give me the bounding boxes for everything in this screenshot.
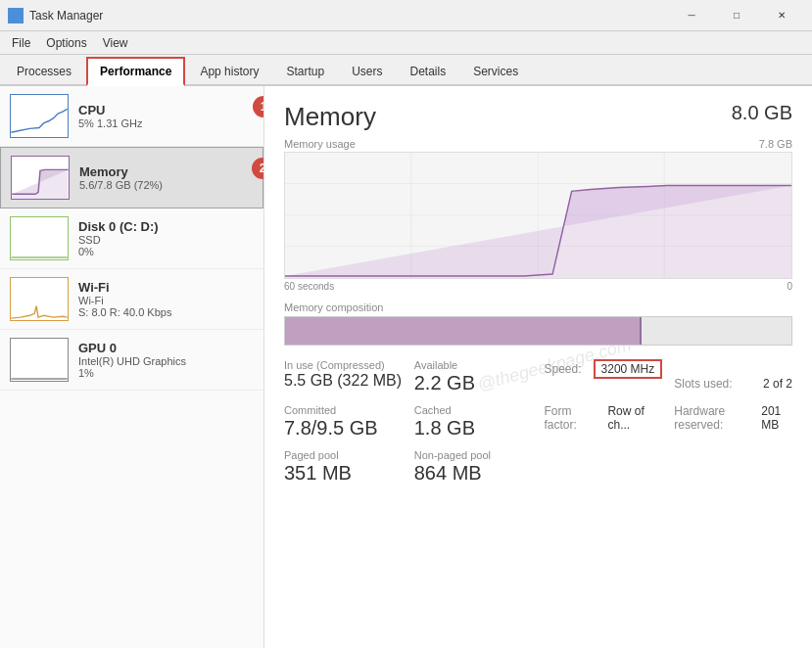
tabbar: Processes Performance App history Startu…: [0, 55, 812, 86]
gpu-name: GPU 0: [78, 341, 186, 355]
window-controls[interactable]: ─ □ ✕: [669, 0, 804, 31]
time-left-label: 60 seconds: [284, 281, 334, 292]
stat-non-paged-pool: Non-paged pool 864 MB: [414, 447, 533, 486]
time-right-label: 0: [787, 281, 792, 292]
svg-marker-4: [12, 169, 68, 199]
slots-row: Slots used: 2 of 2: [674, 377, 792, 391]
slots-value: 2 of 2: [763, 377, 792, 391]
graph-label-row: Memory usage 7.8 GB: [284, 138, 792, 150]
stat-speed: Speed: 3200 MHz: [545, 357, 663, 396]
committed-label: Committed: [284, 404, 403, 416]
wifi-type: Wi-Fi: [78, 295, 171, 306]
hw-reserved-label: Hardware reserved:: [674, 404, 753, 432]
graph-max-label: 7.8 GB: [759, 138, 792, 150]
speed-label: Speed:: [545, 362, 582, 376]
stat-cached: Cached 1.8 GB: [414, 402, 533, 441]
form-factor-label: Form factor:: [545, 404, 600, 432]
content-area: @thegeekpage.com Memory 8.0 GB Memory us…: [264, 86, 812, 648]
content-total: 8.0 GB: [732, 102, 792, 124]
content-title: Memory: [284, 102, 376, 132]
speed-value: 3200 MHz: [594, 359, 663, 379]
stats-section: In use (Compressed) 5.5 GB (322 MB) Avai…: [284, 357, 792, 486]
sidebar: CPU 5% 1.31 GHz 1 Memory 5.6/7.8 GB (72%…: [0, 86, 264, 648]
paged-pool-label: Paged pool: [284, 449, 403, 461]
disk-usage: 0%: [78, 246, 159, 257]
memory-name: Memory: [79, 164, 163, 179]
cpu-name: CPU: [78, 103, 142, 117]
form-factor-value: Row of ch...: [607, 404, 662, 432]
minimize-button[interactable]: ─: [669, 0, 714, 31]
memory-usage-graph: [284, 152, 792, 279]
menu-file[interactable]: File: [4, 34, 38, 52]
window-title: Task Manager: [29, 9, 669, 23]
tab-app-history[interactable]: App history: [187, 58, 271, 84]
disk-type: SSD: [78, 234, 159, 246]
stat-in-use: In use (Compressed) 5.5 GB (322 MB): [284, 357, 403, 396]
non-paged-pool-label: Non-paged pool: [414, 449, 533, 461]
sidebar-item-disk[interactable]: Disk 0 (C: D:) SSD 0%: [0, 208, 263, 269]
svg-rect-1: [17, 10, 22, 15]
tab-performance[interactable]: Performance: [86, 57, 185, 86]
wifi-mini-graph: [10, 277, 69, 321]
tab-startup[interactable]: Startup: [273, 58, 337, 84]
close-button[interactable]: ✕: [759, 0, 804, 31]
tab-users[interactable]: Users: [339, 58, 395, 84]
gpu-mini-graph: [10, 338, 69, 382]
annotation-1: 1: [253, 96, 264, 117]
app-icon: [8, 8, 24, 23]
memory-usage: 5.6/7.8 GB (72%): [79, 179, 163, 191]
menu-options[interactable]: Options: [38, 34, 94, 52]
menu-view[interactable]: View: [95, 34, 136, 52]
wifi-info: Wi-Fi Wi-Fi S: 8.0 R: 40.0 Kbps: [78, 280, 171, 318]
cpu-info: CPU 5% 1.31 GHz: [78, 103, 142, 129]
slots-label: Slots used:: [674, 377, 732, 391]
wifi-speed: S: 8.0 R: 40.0 Kbps: [78, 306, 171, 318]
sidebar-item-gpu[interactable]: GPU 0 Intel(R) UHD Graphics 1%: [0, 330, 263, 391]
stat-available: Available 2.2 GB: [414, 357, 533, 396]
disk-info: Disk 0 (C: D:) SSD 0%: [78, 219, 159, 257]
stat-committed: Committed 7.8/9.5 GB: [284, 402, 403, 441]
cpu-usage: 5% 1.31 GHz: [78, 117, 142, 129]
cached-label: Cached: [414, 404, 533, 416]
titlebar: Task Manager ─ □ ✕: [0, 0, 812, 31]
sidebar-item-cpu[interactable]: CPU 5% 1.31 GHz 1: [0, 86, 263, 147]
in-use-label: In use (Compressed): [284, 359, 403, 371]
sidebar-item-wifi[interactable]: Wi-Fi Wi-Fi S: 8.0 R: 40.0 Kbps: [0, 269, 263, 330]
composition-bar: [284, 316, 792, 346]
tab-services[interactable]: Services: [460, 58, 531, 84]
svg-rect-0: [10, 10, 15, 15]
tab-processes[interactable]: Processes: [4, 58, 84, 84]
comp-standby-bar: [642, 317, 791, 345]
gpu-info: GPU 0 Intel(R) UHD Graphics 1%: [78, 341, 186, 379]
main-area: CPU 5% 1.31 GHz 1 Memory 5.6/7.8 GB (72%…: [0, 86, 812, 648]
composition-section: Memory composition: [284, 301, 792, 346]
available-value: 2.2 GB: [414, 371, 533, 394]
wifi-name: Wi-Fi: [78, 280, 171, 295]
gpu-model: Intel(R) UHD Graphics: [78, 355, 186, 367]
memory-mini-graph: [11, 156, 70, 200]
tab-details[interactable]: Details: [397, 58, 458, 84]
stat-form-factor: Form factor: Row of ch...: [545, 402, 663, 441]
gpu-usage: 1%: [78, 367, 186, 379]
graph-label: Memory usage: [284, 138, 356, 150]
paged-pool-value: 351 MB: [284, 461, 403, 485]
stat-paged-pool: Paged pool 351 MB: [284, 447, 403, 486]
composition-label: Memory composition: [284, 301, 792, 313]
memory-info: Memory 5.6/7.8 GB (72%): [79, 164, 163, 191]
cached-value: 1.8 GB: [414, 416, 533, 440]
in-use-value: 5.5 GB (322 MB): [284, 371, 403, 390]
svg-rect-2: [10, 17, 15, 22]
stat-slots: Slots used: 2 of 2: [674, 375, 792, 396]
sidebar-item-memory[interactable]: Memory 5.6/7.8 GB (72%) 2: [0, 147, 263, 208]
non-paged-pool-value: 864 MB: [414, 461, 533, 485]
memory-graph-section: Memory usage 7.8 GB 60 secon: [284, 138, 792, 292]
content-header: Memory 8.0 GB: [284, 102, 792, 132]
maximize-button[interactable]: □: [714, 0, 759, 31]
stat-hw-reserved: Hardware reserved: 201 MB: [674, 402, 792, 441]
hw-reserved-row: Hardware reserved: 201 MB: [674, 404, 792, 432]
speed-row: Speed: 3200 MHz: [545, 359, 663, 379]
menubar: File Options View: [0, 31, 812, 55]
available-label: Available: [414, 359, 533, 371]
committed-value: 7.8/9.5 GB: [284, 416, 403, 440]
disk-name: Disk 0 (C: D:): [78, 219, 159, 234]
